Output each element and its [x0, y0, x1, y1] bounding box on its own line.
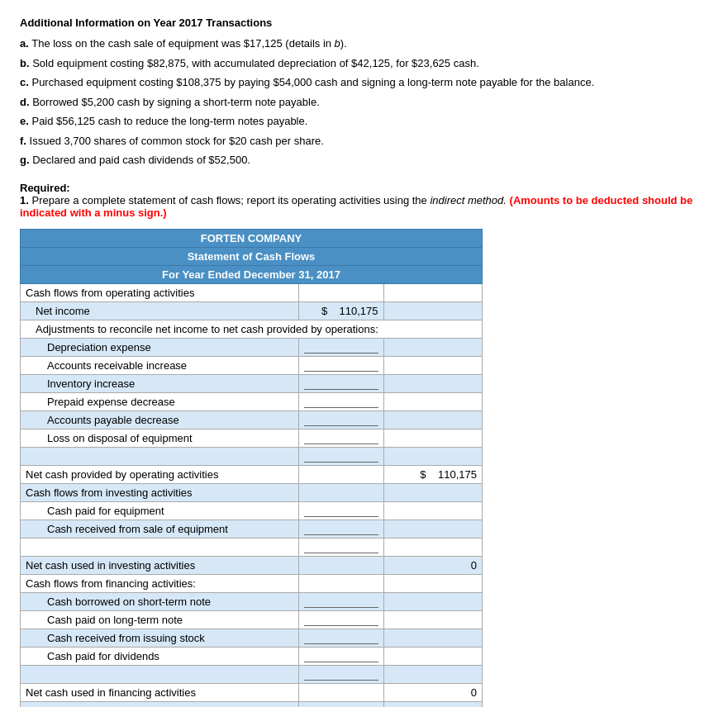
row-label: Net cash used in investing activities [21, 556, 299, 574]
table-row-blank [21, 538, 483, 556]
table-row: Cash flows from operating activities [21, 283, 483, 301]
row-amount1 [298, 483, 383, 501]
table-row: Depreciation expense [21, 338, 483, 356]
row-amount2 [383, 410, 482, 429]
row-amount2: 0 [383, 556, 482, 574]
cash-paid-lt-input[interactable] [304, 613, 378, 626]
note-f: f. Issued 3,700 shares of common stock f… [20, 133, 708, 149]
row-label: Cash received from issuing stock [21, 629, 299, 647]
cash-flow-table: FORTEN COMPANY Statement of Cash Flows F… [20, 229, 483, 708]
table-row-net-financing: Net cash used in financing activities 0 [21, 683, 483, 701]
row-amount1[interactable] [298, 665, 383, 683]
table-row-blank [21, 447, 483, 465]
table-row: Cash flows from financing activities: [21, 574, 483, 592]
row-amount2: $ 110,175 [383, 701, 482, 707]
table-row: Accounts payable decrease [21, 410, 483, 429]
table-row: Accounts receivable increase [21, 356, 483, 374]
table-row: Cash received from issuing stock [21, 629, 483, 647]
row-amount1[interactable] [298, 429, 383, 447]
row-label: Net increase (decrease) in cash [21, 701, 299, 707]
row-amount1[interactable] [298, 447, 383, 465]
cash-received-stock-input[interactable] [304, 631, 378, 644]
blank-input-2[interactable] [304, 540, 378, 553]
period-title: For Year Ended December 31, 2017 [21, 265, 483, 283]
row-amount1[interactable] [298, 538, 383, 556]
row-label [21, 665, 299, 683]
ar-increase-input[interactable] [304, 358, 378, 372]
table-row: Cash paid for equipment [21, 501, 483, 520]
row-label: Cash borrowed on short-term note [21, 592, 299, 610]
table-row: Loss on disposal of equipment [21, 429, 483, 447]
row-amount2 [383, 629, 482, 647]
dollar-sign: $ [321, 305, 327, 317]
table-row: Inventory increase [21, 374, 483, 392]
row-amount1: $ 110,175 [298, 301, 383, 320]
row-label: Net cash provided by operating activitie… [21, 465, 299, 483]
cash-flow-table-container: FORTEN COMPANY Statement of Cash Flows F… [20, 229, 483, 708]
inventory-increase-input[interactable] [304, 377, 378, 390]
table-row: Cash flows from investing activities [21, 483, 483, 501]
table-row: Net income $ 110,175 [21, 301, 483, 320]
note-c: c. Purchased equipment costing $108,375 … [20, 74, 708, 91]
table-row-blank [21, 665, 483, 683]
row-amount1 [298, 683, 383, 701]
row-amount1[interactable] [298, 392, 383, 410]
required-block: Required: 1. Prepare a complete statemen… [20, 182, 708, 219]
row-label: Cash received from sale of equipment [21, 520, 299, 538]
blank-input-3[interactable] [304, 667, 378, 681]
row-label [21, 447, 299, 465]
note-b: b. Sold equipment costing $82,875, with … [20, 55, 708, 72]
statement-title: Statement of Cash Flows [21, 247, 483, 265]
table-row: Prepaid expense decrease [21, 392, 483, 410]
note-e: e. Paid $56,125 cash to reduce the long-… [20, 113, 708, 130]
table-row: Cash received from sale of equipment [21, 520, 483, 538]
additional-info-section: Additional Information on Year 2017 Tran… [20, 17, 708, 707]
cash-received-sale-input[interactable] [304, 522, 378, 535]
row-amount1[interactable] [298, 338, 383, 356]
row-amount2 [383, 283, 482, 301]
row-label: Inventory increase [21, 374, 299, 392]
table-row: Cash borrowed on short-term note [21, 592, 483, 610]
row-amount1[interactable] [298, 501, 383, 520]
row-amount2 [383, 338, 482, 356]
row-amount2 [383, 501, 482, 520]
row-amount1[interactable] [298, 629, 383, 647]
row-label: Cash flows from operating activities [21, 283, 299, 301]
row-amount2 [383, 429, 482, 447]
cash-paid-div-input[interactable] [304, 649, 378, 662]
ap-decrease-input[interactable] [304, 413, 378, 426]
loss-disposal-input[interactable] [304, 431, 378, 444]
row-amount1[interactable] [298, 592, 383, 610]
row-amount2 [383, 520, 482, 538]
required-text: 1. Prepare a complete statement of cash … [20, 194, 708, 219]
row-amount1[interactable] [298, 356, 383, 374]
section-title: Additional Information on Year 2017 Tran… [20, 17, 708, 29]
row-label: Accounts receivable increase [21, 356, 299, 374]
row-amount2 [383, 301, 482, 320]
row-amount1[interactable] [298, 647, 383, 665]
table-header-statement: Statement of Cash Flows [21, 247, 483, 265]
row-label: Depreciation expense [21, 338, 299, 356]
row-amount1[interactable] [298, 520, 383, 538]
depreciation-input[interactable] [304, 340, 378, 354]
cash-paid-equip-input[interactable] [304, 504, 378, 517]
row-label: Net income [21, 301, 299, 320]
cash-borrowed-st-input[interactable] [304, 595, 378, 608]
row-amount1[interactable] [298, 410, 383, 429]
row-amount1[interactable] [298, 374, 383, 392]
row-amount1[interactable] [298, 610, 383, 629]
table-row-net-operating: Net cash provided by operating activitie… [21, 465, 483, 483]
blank-input-1[interactable] [304, 449, 378, 463]
table-row: Cash paid on long-term note [21, 610, 483, 629]
note-d: d. Borrowed $5,200 cash by signing a sho… [20, 94, 708, 111]
row-label: Net cash used in financing activities [21, 683, 299, 701]
table-row-net-increase: Net increase (decrease) in cash $ 110,17… [21, 701, 483, 707]
prepaid-decrease-input[interactable] [304, 395, 378, 408]
row-label: Cash flows from investing activities [21, 483, 299, 501]
row-amount1 [298, 283, 383, 301]
row-amount2 [383, 374, 482, 392]
row-amount1 [298, 701, 383, 707]
row-label: Cash flows from financing activities: [21, 574, 299, 592]
row-amount2 [383, 665, 482, 683]
company-name: FORTEN COMPANY [21, 229, 483, 247]
